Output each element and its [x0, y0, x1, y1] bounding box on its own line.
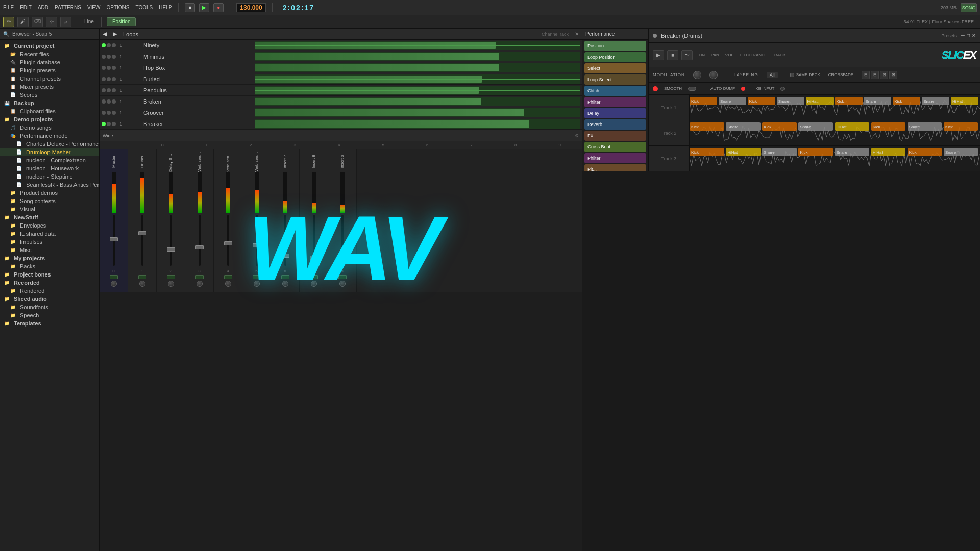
sidebar-item-nucleon---complextreon[interactable]: 📄nucleon - Complextreon [0, 156, 99, 164]
sidebar-item-nucleon---housework[interactable]: 📄nucleon - Housework [0, 164, 99, 172]
slice-chip-2-1[interactable]: HiHat [726, 148, 761, 156]
close-loops[interactable]: ✕ [575, 31, 579, 37]
pattern-row-7[interactable]: 1 Breaker [100, 118, 582, 130]
fader-track-5[interactable] [256, 215, 258, 266]
grid-4[interactable]: ⊠ [889, 71, 897, 79]
sidebar-item-packs[interactable]: 📁Packs [0, 262, 99, 270]
pattern-dot2-0[interactable] [107, 43, 111, 47]
tool-zoom[interactable]: ⌕ [60, 17, 71, 27]
tool-eraser[interactable]: ⌫ [32, 17, 43, 27]
sidebar-item-project-bones[interactable]: 📁Project bones [0, 270, 99, 279]
sidebar-item-recorded[interactable]: 📁Recorded [0, 279, 99, 287]
same-deck-checkbox[interactable] [790, 73, 794, 77]
pattern-dot2-3[interactable] [107, 77, 111, 81]
fader-track-6[interactable] [284, 215, 286, 266]
sidebar-item-backup[interactable]: 💾Backup [0, 99, 99, 107]
sidebar-item-song-contests[interactable]: 📁Song contests [0, 197, 99, 205]
sidebar-item-speech[interactable]: 📁Speech [0, 311, 99, 319]
fader-thumb-6[interactable] [281, 254, 289, 258]
perf-clip-4[interactable]: Glitch [584, 86, 646, 96]
tool-paint[interactable]: 🖌 [17, 17, 29, 27]
menu-patterns[interactable]: PATTERNS [55, 5, 81, 10]
fader-thumb-2[interactable] [167, 247, 175, 252]
pan-knob-2[interactable] [168, 281, 174, 287]
fader-track-2[interactable] [170, 215, 172, 266]
sidebar-item-mixer-presets[interactable]: 📋Mixer presets [0, 83, 99, 91]
perf-clip-0[interactable]: Position [584, 41, 646, 51]
sidebar-item-templates[interactable]: 📁Templates [0, 319, 99, 328]
nav-next[interactable]: ▶ [113, 31, 117, 37]
slice-chip-0-6[interactable]: Snare [864, 97, 891, 105]
slice-chip-1-5[interactable]: Kick [871, 122, 906, 131]
tool-select[interactable]: ⊹ [46, 17, 57, 27]
grid-2[interactable]: ⊟ [871, 71, 879, 79]
fader-thumb-8[interactable] [338, 258, 347, 262]
pan-knob-7[interactable] [311, 281, 317, 287]
pattern-row-6[interactable]: 1 Groover [100, 107, 582, 118]
pattern-dot-1[interactable] [102, 55, 106, 59]
sidebar-item-nucleon---steptime[interactable]: 📄nucleon - Steptime [0, 172, 99, 181]
track-waveform-0[interactable]: KickSnareKickSnareHiHatKickSnareKickSnar… [690, 95, 980, 120]
pattern-dot-4[interactable] [102, 88, 106, 92]
pan-knob-8[interactable] [339, 281, 346, 287]
tool-pencil[interactable]: ✏ [3, 17, 14, 27]
slicex-waveform[interactable]: 〜 [681, 50, 693, 60]
fader-track-4[interactable] [227, 215, 229, 266]
nav-prev[interactable]: ◀ [103, 31, 107, 37]
slice-chip-2-0[interactable]: Kick [690, 148, 724, 156]
sidebar-item-channel-presets[interactable]: 📋Channel presets [0, 74, 99, 83]
pattern-dot-2[interactable] [102, 66, 106, 70]
fader-track-3[interactable] [199, 215, 201, 266]
grid-3[interactable]: ⊡ [880, 71, 888, 79]
win-min[interactable]: ─ [961, 33, 965, 38]
sidebar-item-impulses[interactable]: 📁Impulses [0, 238, 99, 246]
slicex-stop[interactable]: ■ [667, 50, 678, 60]
send-btn-1[interactable] [138, 275, 146, 279]
sidebar-item-drumloop-masher[interactable]: 📄Drumloop Masher [0, 148, 99, 156]
sidebar-item-soundfonts[interactable]: 📁Soundfonts [0, 303, 99, 311]
sidebar-item-plugin-database[interactable]: 🔌Plugin database [0, 58, 99, 66]
pattern-row-3[interactable]: 1 Buried [100, 73, 582, 85]
send-btn-4[interactable] [224, 275, 232, 279]
perf-clip-2[interactable]: Select [584, 63, 646, 73]
slice-chip-1-3[interactable]: Snare [798, 122, 833, 131]
perf-clip-8[interactable]: FX [584, 131, 646, 141]
pattern-dot3-0[interactable] [112, 43, 116, 47]
mod-knob-x[interactable] [693, 71, 701, 79]
send-btn-0[interactable] [110, 275, 118, 279]
slice-chip-0-0[interactable]: Kick [690, 97, 717, 105]
sidebar-item-product-demos[interactable]: 📁Product demos [0, 189, 99, 197]
send-btn-2[interactable] [167, 275, 175, 279]
pattern-row-0[interactable]: 1 Ninety [100, 40, 582, 51]
pattern-row-1[interactable]: 1 Minimus [100, 51, 582, 62]
perf-clip-10[interactable]: Philter [584, 153, 646, 163]
pattern-dot-6[interactable] [102, 111, 106, 115]
pattern-dot3-4[interactable] [112, 88, 116, 92]
slice-chip-2-3[interactable]: Kick [798, 148, 833, 156]
slice-chip-0-9[interactable]: HiHat [951, 97, 978, 105]
fader-thumb-0[interactable] [110, 237, 118, 241]
sidebar-item-current-project[interactable]: 📁Current project [0, 42, 99, 50]
pattern-dot-0[interactable] [102, 43, 106, 47]
send-btn-3[interactable] [195, 275, 204, 279]
sidebar-item-visual[interactable]: 📁Visual [0, 205, 99, 213]
pattern-dot-5[interactable] [102, 99, 106, 104]
slice-chip-0-4[interactable]: HiHat [806, 97, 834, 105]
fader-thumb-7[interactable] [310, 256, 318, 260]
pan-knob-0[interactable] [111, 281, 117, 287]
slice-chip-2-5[interactable]: HiHat [871, 148, 906, 156]
slice-chip-0-8[interactable]: Snare [922, 97, 949, 105]
stop-button[interactable]: ■ [185, 3, 195, 12]
perf-clip-1[interactable]: Loop Position [584, 52, 646, 62]
pattern-row-4[interactable]: 1 Pendulus [100, 85, 582, 96]
pattern-dot3-3[interactable] [112, 77, 116, 81]
perf-clip-9[interactable]: Gross Beat [584, 142, 646, 152]
pattern-dot3-2[interactable] [112, 66, 116, 70]
slice-chip-1-6[interactable]: Snare [908, 122, 942, 131]
pattern-dot-3[interactable] [102, 77, 106, 81]
pattern-dot-7[interactable] [102, 122, 106, 126]
slice-chip-1-1[interactable]: Snare [726, 122, 761, 131]
position-button[interactable]: Position [107, 17, 136, 26]
sidebar-item-clipboard-files[interactable]: 📋Clipboard files [0, 107, 99, 115]
slice-chip-2-4[interactable]: Snare [835, 148, 870, 156]
